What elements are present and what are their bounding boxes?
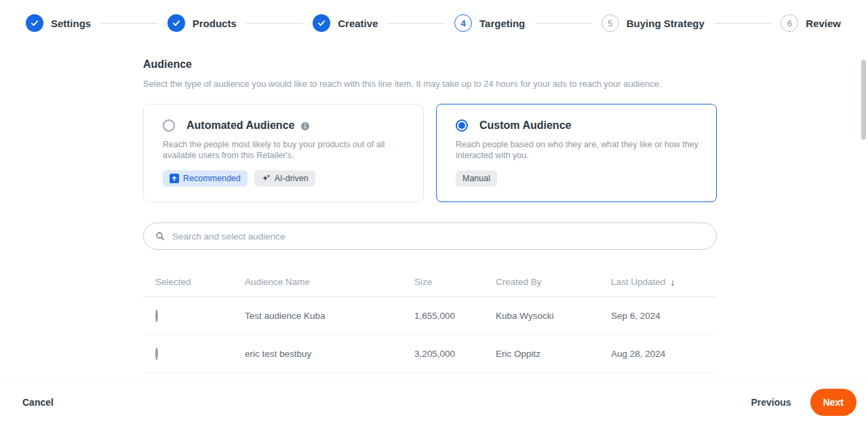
check-icon xyxy=(167,14,185,32)
step-label: Products xyxy=(193,18,237,29)
next-button[interactable]: Next xyxy=(810,389,856,416)
step-connector xyxy=(246,23,304,24)
header-last-updated[interactable]: Last Updated ↓ xyxy=(611,277,717,288)
table-row[interactable]: eric test bestbuy 3,205,000 Eric Oppitz … xyxy=(143,335,717,373)
ai-driven-badge: AI-driven xyxy=(254,170,315,187)
step-number: 4 xyxy=(454,14,472,32)
custom-audience-description: Reach people based on who they are, what… xyxy=(456,139,698,161)
step-targeting[interactable]: 4 Targeting xyxy=(454,14,525,32)
step-creative[interactable]: Creative xyxy=(313,14,378,32)
automated-audience-title: Automated Audience xyxy=(186,119,294,131)
step-label: Settings xyxy=(51,18,91,29)
custom-audience-radio[interactable] xyxy=(456,119,468,132)
cell-created-by: Kuba Wysocki xyxy=(496,311,611,321)
recommended-icon xyxy=(170,174,179,183)
vertical-scrollbar[interactable] xyxy=(861,60,866,140)
step-settings[interactable]: Settings xyxy=(26,14,91,32)
step-connector xyxy=(387,23,445,24)
search-input[interactable] xyxy=(172,231,705,242)
cell-size: 1,655,000 xyxy=(414,311,496,321)
audience-search xyxy=(143,223,717,250)
row-radio[interactable] xyxy=(155,309,158,322)
cancel-button[interactable]: Cancel xyxy=(22,397,54,408)
cell-audience-name: eric test bestbuy xyxy=(245,349,414,359)
ai-sparkle-icon xyxy=(261,174,271,183)
wizard-footer: Cancel Previous Next xyxy=(0,383,868,422)
audience-table: Selected Audience Name Size Created By L… xyxy=(143,267,717,373)
recommended-badge: Recommended xyxy=(163,170,248,187)
step-connector xyxy=(100,23,158,24)
step-label: Review xyxy=(806,18,841,29)
step-label: Targeting xyxy=(479,18,525,29)
automated-audience-description: Reach the people most likely to buy your… xyxy=(163,139,406,161)
custom-audience-title: Custom Audience xyxy=(479,119,571,132)
step-buying-strategy[interactable]: 5 Buying Strategy xyxy=(601,14,705,32)
step-connector xyxy=(534,23,592,24)
cell-last-updated: Sep 6, 2024 xyxy=(611,311,717,321)
cell-last-updated: Aug 28, 2024 xyxy=(611,349,717,359)
step-label: Buying Strategy xyxy=(627,18,705,29)
section-description: Select the type of audience you would li… xyxy=(143,79,717,89)
step-number: 5 xyxy=(601,14,619,32)
page-title: Audience xyxy=(143,58,717,71)
cell-audience-name: Test audience Kuba xyxy=(245,311,414,321)
custom-audience-card[interactable]: Custom Audience Reach people based on wh… xyxy=(436,104,717,202)
row-radio[interactable] xyxy=(155,347,158,360)
info-icon[interactable] xyxy=(300,121,310,131)
check-icon xyxy=(26,14,43,32)
step-review[interactable]: 6 Review xyxy=(781,14,841,32)
header-size: Size xyxy=(414,277,496,287)
step-connector xyxy=(714,23,772,24)
header-created-by: Created By xyxy=(496,277,611,287)
previous-button[interactable]: Previous xyxy=(751,397,791,408)
sort-descending-icon: ↓ xyxy=(670,277,675,288)
table-row[interactable]: Test audience Kuba 1,655,000 Kuba Wysock… xyxy=(143,297,717,335)
audience-section: Audience Select the type of audience you… xyxy=(143,58,717,373)
automated-audience-card[interactable]: Automated Audience Reach the people most… xyxy=(143,104,424,202)
step-label: Creative xyxy=(338,18,378,29)
automated-audience-radio[interactable] xyxy=(163,119,175,132)
table-header-row: Selected Audience Name Size Created By L… xyxy=(143,267,717,297)
cell-size: 3,205,000 xyxy=(414,349,496,359)
wizard-stepper: Settings Products Creative 4 Targeting 5… xyxy=(0,0,868,46)
manual-badge: Manual xyxy=(456,170,497,187)
step-products[interactable]: Products xyxy=(167,14,237,32)
search-icon xyxy=(155,231,165,242)
header-audience-name: Audience Name xyxy=(245,277,414,287)
header-selected: Selected xyxy=(155,277,245,287)
cell-created-by: Eric Oppitz xyxy=(496,349,611,359)
check-icon xyxy=(313,14,330,32)
step-number: 6 xyxy=(781,14,798,32)
